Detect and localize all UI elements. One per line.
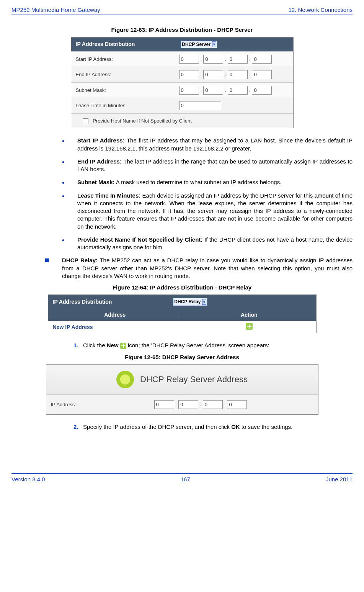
desc-lease: Lease Time In Minutes: Each device is as… (58, 192, 353, 231)
dhcp-relay-screenshot: IP Address Distribution DHCP Relay ▾ Add… (48, 294, 317, 333)
add-icon[interactable] (246, 323, 253, 330)
dhcp-relay-text: DHCP Relay: The MP252 can act as a DHCP … (42, 257, 353, 280)
end-ip-label: End IP Address: (76, 71, 179, 78)
add-icon (120, 343, 126, 349)
end-ip-octet-4[interactable]: 0 (252, 70, 272, 79)
footer-date: June 2011 (326, 476, 353, 483)
panel-header: IP Address Distribution DHCP Server ▾ (71, 38, 293, 51)
desc-hostname: Provide Host Name If Not Specified by Cl… (58, 236, 353, 252)
footer-version: Version 3.4.0 (11, 476, 45, 483)
page-footer: Version 3.4.0 167 June 2011 (11, 474, 353, 483)
dhcp-relay-section: DHCP Relay: The MP252 can act as a DHCP … (11, 257, 353, 280)
col-address: Address (48, 309, 183, 321)
hostname-checkbox[interactable] (83, 118, 88, 124)
panel-title: IP Address Distribution (76, 41, 135, 48)
start-ip-label: Start IP Address: (76, 56, 179, 63)
start-ip-octet-4[interactable]: 0 (252, 55, 272, 64)
relay-ip-octet-2[interactable]: 0 (178, 400, 198, 409)
new-ip-label: New IP Address (48, 321, 182, 333)
steps: 1. Click the New icon; the 'DHCP Relay S… (11, 342, 353, 349)
subnet-octet-1[interactable]: 0 (179, 86, 199, 95)
relay-title: IP Address Distribution (53, 298, 112, 306)
end-ip-octet-1[interactable]: 0 (179, 70, 199, 79)
relay-ip-octet-1[interactable]: 0 (154, 400, 174, 409)
row-end-ip: End IP Address: 0. 0. 0. 0 (71, 67, 293, 82)
relay-select-value: DHCP Relay (174, 299, 201, 305)
desc-start-ip: Start IP Address: The first IP address t… (58, 137, 353, 152)
header-right: 12. Network Connections (288, 6, 353, 14)
subnet-label: Subnet Mask: (76, 87, 179, 94)
lease-input[interactable]: 0 (179, 101, 221, 110)
subnet-octet-2[interactable]: 0 (203, 86, 223, 95)
header-left: MP252 Multimedia Home Gateway (11, 6, 100, 14)
desc-subnet: Subnet Mask: A mask used to determine to… (58, 178, 353, 186)
new-ip-row[interactable]: New IP Address (48, 321, 316, 333)
relay-ip-row: IP Address: 0. 0. 0. 0 (46, 395, 318, 415)
relay-ip-octet-3[interactable]: 0 (203, 400, 223, 409)
relay-address-header: DHCP Relay Server Address (46, 365, 318, 395)
lease-label: Lease Time in Minutes: (76, 102, 179, 109)
start-ip-octet-1[interactable]: 0 (179, 55, 199, 64)
start-ip-octet-3[interactable]: 0 (228, 55, 248, 64)
row-lease: Lease Time in Minutes: 0 (71, 98, 293, 113)
relay-server-address-screenshot: DHCP Relay Server Address IP Address: 0.… (46, 364, 318, 415)
footer-page: 167 (181, 476, 190, 483)
col-action: Action (182, 309, 316, 321)
row-start-ip: Start IP Address: 0. 0. 0. 0 (71, 51, 293, 67)
end-ip-octet-3[interactable]: 0 (228, 70, 248, 79)
subnet-octet-3[interactable]: 0 (228, 86, 248, 95)
hostname-label: Provide Host Name If Not Specified by Cl… (93, 118, 192, 124)
relay-select[interactable]: DHCP Relay ▾ (173, 298, 207, 306)
field-descriptions: Start IP Address: The first IP address t… (11, 137, 353, 251)
figure-caption-1: Figure 12-63: IP Address Distribution - … (11, 26, 353, 34)
step-2: 2. Specify the IP address of the DHCP se… (58, 423, 353, 431)
relay-ip-label: IP Address: (51, 401, 154, 408)
step-1: 1. Click the New icon; the 'DHCP Relay S… (58, 342, 353, 349)
relay-address-title: DHCP Relay Server Address (140, 374, 248, 385)
figure-caption-3: Figure 12-65: DHCP Relay Server Address (11, 353, 353, 361)
start-ip-octet-2[interactable]: 0 (203, 55, 223, 64)
relay-ip-octet-4[interactable]: 0 (227, 400, 247, 409)
row-subnet: Subnet Mask: 0. 0. 0. 0 (71, 82, 293, 98)
dhcp-server-screenshot: IP Address Distribution DHCP Server ▾ St… (71, 37, 294, 129)
select-value: DHCP Server (182, 41, 210, 47)
chevron-down-icon: ▾ (212, 41, 216, 47)
panel-header-relay: IP Address Distribution DHCP Relay ▾ (48, 295, 316, 309)
desc-end-ip: End IP Address: The last IP address in t… (58, 158, 353, 173)
row-hostname: Provide Host Name If Not Specified by Cl… (71, 113, 293, 128)
relay-table-header: Address Action (48, 309, 316, 321)
distribution-select[interactable]: DHCP Server ▾ (181, 41, 217, 48)
end-ip-octet-2[interactable]: 0 (203, 70, 223, 79)
figure-caption-2: Figure 12-64: IP Address Distribution - … (11, 284, 353, 291)
gear-icon (116, 371, 134, 388)
steps-2: 2. Specify the IP address of the DHCP se… (11, 423, 353, 431)
page-header: MP252 Multimedia Home Gateway 12. Networ… (11, 6, 353, 15)
subnet-octet-4[interactable]: 0 (252, 86, 272, 95)
chevron-down-icon: ▾ (202, 299, 206, 305)
